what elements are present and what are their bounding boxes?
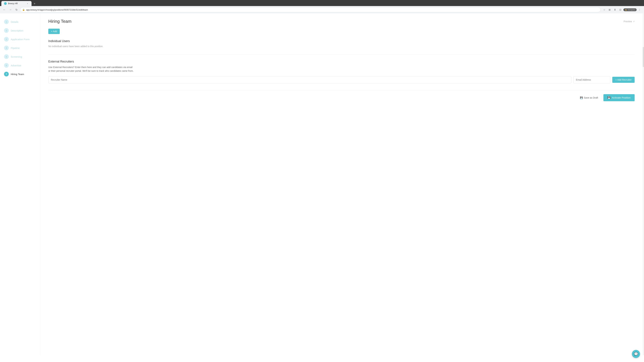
individual-users-title: Individual Users [48,39,634,43]
external-recruiters-title: External Recruiters [48,60,634,63]
save-draft-button[interactable]: 💾 Save as Draft [577,95,601,101]
extensions-button[interactable]: ⊞ [607,7,612,12]
address-bar[interactable]: 🔒 app.breezy.hr/app/c/moodjoy/positions/… [20,7,600,12]
activate-icon: 💾 [608,96,611,99]
active-tab[interactable]: Breezy HR × [1,1,32,6]
step-circle-2: 2 [4,28,9,33]
incognito-label: Incognito [628,9,635,11]
add-button-label: + Add [51,30,57,33]
browser-tabs: Breezy HR × + [0,0,644,6]
bottom-actions: 💾 Save as Draft 💾 Activate Position [48,90,634,105]
download-button[interactable]: ⬇ [613,7,617,12]
add-recruiter-label: + Add Recruiter [615,78,632,81]
external-recruiters-section: External Recruiters Use External Recruit… [48,60,634,83]
individual-users-empty: No individual users have been added to t… [48,45,634,48]
sidebar-label-application-form: Application Form [11,38,30,41]
step-circle-5: 5 [4,54,9,59]
sidebar-label-pipeline: Pipeline [11,46,20,49]
sidebar: 1 Details 2 Description 3 Application Fo… [0,13,40,355]
sidebar-item-pipeline[interactable]: 4 Pipeline [0,43,40,52]
preview-label: Preview [624,20,632,23]
bookmark-button[interactable]: ☆ [602,7,606,12]
sidebar-item-description[interactable]: 2 Description [0,26,40,35]
preview-link[interactable]: Preview ↗ [624,20,634,23]
back-button[interactable]: ← [2,7,7,12]
reload-button[interactable]: ↻ [14,7,19,12]
menu-button[interactable]: ⋮ [637,7,642,12]
tab-close-button[interactable]: × [26,2,29,5]
split-button[interactable]: ⊡ [618,7,623,12]
email-address-input[interactable] [574,76,610,83]
tab-favicon [4,2,7,5]
tab-title: Breezy HR [8,2,18,5]
step-circle-7: 7 [4,72,9,76]
url-display: app.breezy.hr/app/c/moodjoy/positions/59… [26,8,598,11]
sidebar-item-advertise[interactable]: 6 Advertise [0,61,40,70]
scrollbar-track[interactable] [643,13,644,355]
toolbar-actions: ☆ ⊞ ⬇ ⊡ 🕵 Incognito ⋮ [602,7,642,12]
page-title: Hiring Team [48,19,72,24]
sidebar-item-screening[interactable]: 5 Screening [0,52,40,61]
chat-icon: 💬 [634,352,638,355]
step-circle-4: 4 [4,45,9,50]
app-layout: 1 Details 2 Description 3 Application Fo… [0,13,644,355]
main-content: Hiring Team Preview ↗ + Add Individual U… [40,13,643,355]
step-circle-6: 6 [4,63,9,68]
activate-label: Activate Position [612,96,630,99]
sidebar-item-hiring-team[interactable]: 7 Hiring Team [0,70,40,78]
individual-users-section: Individual Users No individual users hav… [48,39,634,48]
new-tab-button[interactable]: + [32,1,37,6]
save-draft-label: Save as Draft [584,96,598,99]
external-recruiters-desc-line2: or their personal recruiter portal. We'l… [48,69,634,73]
page-header: Hiring Team Preview ↗ [48,19,634,24]
sidebar-item-application-form[interactable]: 3 Application Form [0,35,40,43]
recruiter-name-input[interactable] [48,76,572,83]
step-circle-3: 3 [4,37,9,41]
sidebar-label-hiring-team: Hiring Team [11,73,24,76]
section-divider [48,54,634,54]
sidebar-label-details: Details [11,20,18,23]
step-circle-1: 1 [4,19,9,24]
incognito-badge: 🕵 Incognito [623,8,636,11]
external-link-icon: ↗ [633,20,634,23]
external-recruiters-desc-line1: Use External Recruiters? Enter them here… [48,65,634,69]
sidebar-label-screening: Screening [11,55,22,58]
browser-chrome: Breezy HR × + ← → ↻ 🔒 app.breezy.hr/app/… [0,0,644,13]
browser-toolbar: ← → ↻ 🔒 app.breezy.hr/app/c/moodjoy/posi… [0,6,644,13]
activate-position-button[interactable]: 💾 Activate Position [604,94,634,101]
save-draft-icon: 💾 [580,96,583,99]
sidebar-label-advertise: Advertise [11,64,21,67]
forward-button[interactable]: → [8,7,13,12]
sidebar-label-description: Description [11,29,23,32]
recruiters-form: + Add Recruiter [48,76,634,83]
add-recruiter-button[interactable]: + Add Recruiter [612,77,634,83]
incognito-icon: 🕵 [625,9,627,11]
add-button[interactable]: + Add [48,29,60,34]
sidebar-item-details[interactable]: 1 Details [0,17,40,26]
scrollbar-thumb[interactable] [643,47,644,67]
security-icon: 🔒 [22,8,25,11]
